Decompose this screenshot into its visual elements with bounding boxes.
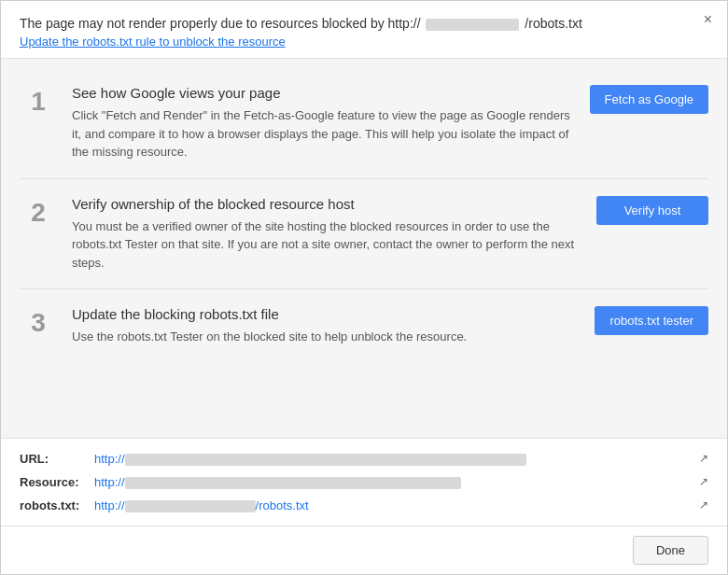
url-row: URL: http:// ↗︎	[20, 452, 708, 466]
step-3-title: Update the blocking robots.txt file	[72, 306, 576, 322]
step-3-content: Update the blocking robots.txt file Use …	[72, 306, 576, 346]
url-external-link-icon[interactable]: ↗︎	[699, 452, 708, 465]
step-3-number: 3	[20, 306, 57, 336]
header-title: The page may not render properly due to …	[20, 16, 708, 31]
info-section: URL: http:// ↗︎ Resource: http:// ↗︎ rob…	[1, 438, 727, 526]
resource-value: http://	[94, 475, 693, 489]
step-3-action: robots.txt tester	[595, 306, 708, 335]
header-title-suffix: /robots.txt	[525, 16, 581, 31]
robots-label: robots.txt:	[20, 498, 94, 512]
header: The page may not render properly due to …	[1, 1, 727, 59]
step-1-description: Click "Fetch and Render" in the Fetch-as…	[72, 106, 571, 161]
robots-value: http:///robots.txt	[94, 498, 693, 512]
step-2: 2 Verify ownership of the blocked resour…	[20, 179, 708, 290]
robots-row: robots.txt: http:///robots.txt ↗︎	[20, 498, 708, 512]
robots-masked	[125, 500, 256, 512]
step-1: 1 See how Google views your page Click "…	[20, 68, 708, 179]
step-2-title: Verify ownership of the blocked resource…	[72, 196, 578, 212]
step-2-description: You must be a verified owner of the site…	[72, 217, 578, 273]
step-1-content: See how Google views your page Click "Fe…	[72, 85, 571, 161]
header-url-masked	[426, 19, 519, 31]
header-title-text: The page may not render properly due to …	[20, 16, 421, 31]
done-button[interactable]: Done	[633, 536, 708, 565]
step-2-action: Verify host	[596, 196, 708, 225]
close-button[interactable]: ×	[704, 12, 712, 27]
resource-label: Resource:	[20, 475, 94, 489]
resource-masked	[125, 477, 461, 489]
verify-host-button[interactable]: Verify host	[596, 196, 708, 225]
step-3: 3 Update the blocking robots.txt file Us…	[20, 289, 708, 363]
step-2-content: Verify ownership of the blocked resource…	[72, 196, 578, 273]
step-1-action: Fetch as Google	[590, 85, 708, 114]
robots-external-link-icon[interactable]: ↗︎	[699, 498, 708, 512]
url-masked	[125, 454, 526, 466]
steps-section: 1 See how Google views your page Click "…	[1, 59, 727, 438]
footer: Done	[1, 526, 727, 574]
header-subtitle[interactable]: Update the robots.txt rule to unblock th…	[20, 35, 708, 49]
step-2-number: 2	[20, 196, 57, 226]
resource-external-link-icon[interactable]: ↗︎	[699, 475, 708, 488]
url-label: URL:	[20, 452, 94, 466]
url-value: http://	[94, 452, 693, 466]
resource-row: Resource: http:// ↗︎	[20, 475, 708, 489]
step-3-description: Use the robots.txt Tester on the blocked…	[72, 328, 576, 346]
robots-txt-tester-button[interactable]: robots.txt tester	[595, 306, 708, 335]
fetch-as-google-button[interactable]: Fetch as Google	[590, 85, 708, 114]
step-1-title: See how Google views your page	[72, 85, 571, 101]
dialog: The page may not render properly due to …	[0, 0, 728, 575]
step-1-number: 1	[20, 85, 57, 115]
